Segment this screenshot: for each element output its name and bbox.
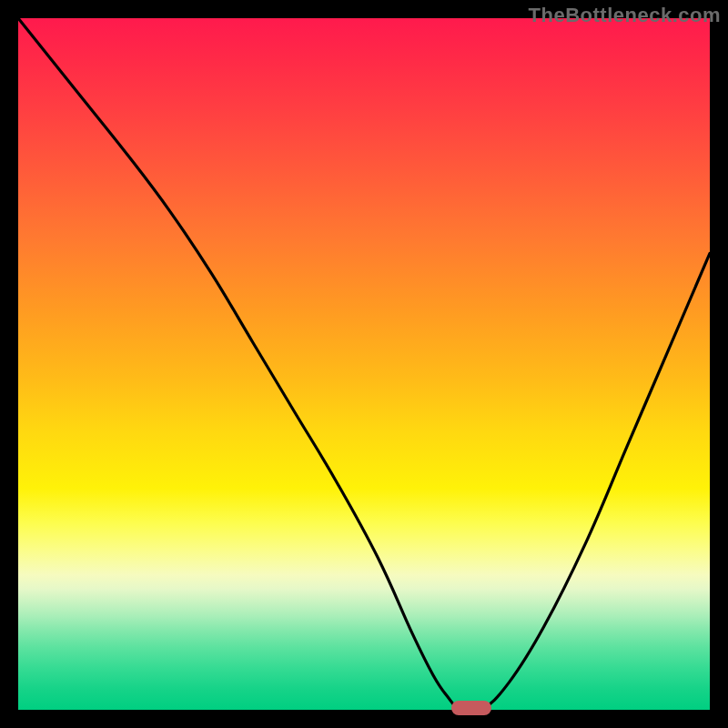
chart-frame: TheBottleneck.com xyxy=(0,0,728,728)
bottleneck-curve xyxy=(18,18,710,713)
watermark-text: TheBottleneck.com xyxy=(529,4,721,27)
optimal-marker xyxy=(451,701,491,715)
curve-layer xyxy=(18,18,710,710)
